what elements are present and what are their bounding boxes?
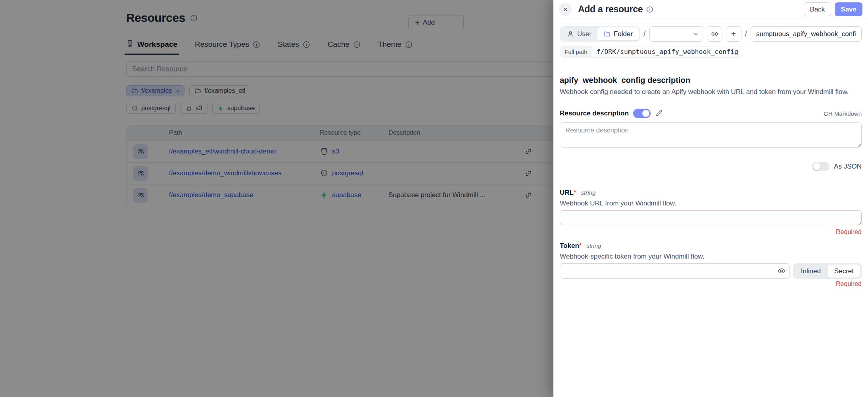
token-type: string xyxy=(586,242,601,249)
drawer-title: Add a resource xyxy=(578,4,643,15)
folder-icon xyxy=(603,31,611,38)
token-input[interactable] xyxy=(560,263,790,279)
url-help-text: Webhook URL from your Windmill flow. xyxy=(560,199,862,207)
resource-name-input[interactable] xyxy=(751,26,862,42)
token-secret-toggle[interactable]: Secret xyxy=(828,265,860,278)
token-kind-toggle: Inlined Secret xyxy=(793,263,862,279)
schema-subheading: Webhook config needed to create an Apify… xyxy=(560,88,862,96)
token-field: Token* string Webhook-specific token fro… xyxy=(560,242,862,288)
url-type: string xyxy=(581,189,596,196)
path-builder: User Folder / xyxy=(560,26,862,42)
view-folder-button[interactable] xyxy=(707,26,722,42)
eye-icon xyxy=(711,30,718,38)
url-required-text: Required xyxy=(560,228,862,236)
owner-user-label: User xyxy=(577,30,591,38)
token-inlined-toggle[interactable]: Inlined xyxy=(794,265,828,278)
inlined-label: Inlined xyxy=(801,267,821,275)
url-field: URL* string Webhook URL from your Windmi… xyxy=(560,189,862,236)
resource-description-label: Resource description xyxy=(560,109,629,117)
back-label: Back xyxy=(810,6,825,13)
resource-description-row: Resource description GH Markdown xyxy=(560,109,862,118)
save-button[interactable]: Save xyxy=(835,2,862,16)
as-json-row: As JSON xyxy=(560,162,862,171)
token-help-text: Webhook-specific token from your Windmil… xyxy=(560,253,862,261)
path-separator: / xyxy=(643,29,646,38)
drawer-title-info-icon[interactable] xyxy=(646,6,653,13)
full-path-badge: Full path f/DRK/sumptuous_apify_webhook_… xyxy=(560,46,743,58)
back-button[interactable]: Back xyxy=(804,2,832,16)
owner-user-toggle[interactable]: User xyxy=(561,27,597,40)
url-label: URL xyxy=(560,189,574,196)
owner-folder-label: Folder xyxy=(614,30,633,38)
folder-select[interactable] xyxy=(649,26,703,42)
description-toggle[interactable] xyxy=(633,109,651,118)
add-resource-drawer: × Add a resource Back Save xyxy=(553,0,868,397)
full-path-value: f/DRK/sumptuous_apify_webhook_config xyxy=(592,46,743,57)
secret-label: Secret xyxy=(834,267,854,275)
path-separator: / xyxy=(745,29,747,38)
save-label: Save xyxy=(841,6,856,13)
resource-description-textarea[interactable] xyxy=(560,122,862,148)
token-label: Token xyxy=(560,242,579,249)
pencil-icon[interactable] xyxy=(655,109,663,117)
url-input[interactable] xyxy=(560,210,862,225)
new-folder-button[interactable]: + xyxy=(726,26,741,42)
close-icon[interactable]: × xyxy=(559,3,572,16)
show-token-eye-icon[interactable] xyxy=(778,267,785,276)
chevron-down-icon xyxy=(693,31,699,37)
drawer-header: × Add a resource Back Save xyxy=(553,0,868,19)
gh-markdown-hint: GH Markdown xyxy=(824,110,862,117)
plus-icon: + xyxy=(731,29,736,38)
user-icon xyxy=(567,31,574,38)
as-json-toggle[interactable] xyxy=(812,162,830,171)
app-window: Resources Workspace xyxy=(0,0,868,397)
full-path-label: Full path xyxy=(560,46,592,57)
as-json-label: As JSON xyxy=(834,163,862,171)
token-required-text: Required xyxy=(560,280,862,288)
owner-kind-toggle: User Folder xyxy=(560,26,640,42)
owner-folder-toggle[interactable]: Folder xyxy=(597,27,639,40)
required-asterisk: * xyxy=(574,189,576,196)
schema-heading: apify_webhook_config description xyxy=(560,76,862,85)
required-asterisk: * xyxy=(579,242,582,249)
